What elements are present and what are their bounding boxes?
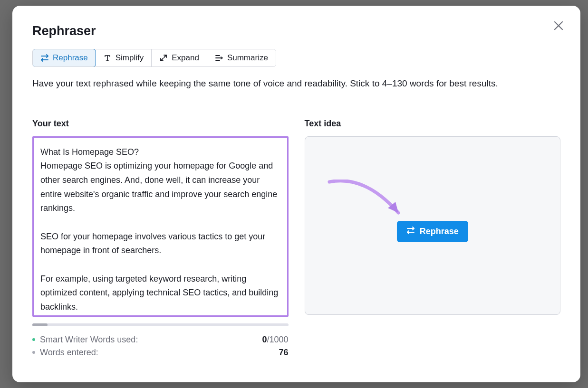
tab-summarize[interactable]: Summarize (207, 49, 276, 66)
rephrase-button-label: Rephrase (420, 227, 459, 237)
tab-rephrase[interactable]: Rephrase (32, 49, 96, 67)
tab-expand[interactable]: Expand (152, 49, 207, 66)
simplify-icon (103, 54, 112, 62)
rephraser-modal: Rephraser Rephrase Simplify (12, 6, 580, 382)
tab-simplify-label: Simplify (116, 53, 144, 63)
bullet-gray-icon (32, 351, 35, 354)
rephrase-button[interactable]: Rephrase (397, 221, 468, 242)
tab-expand-label: Expand (172, 53, 199, 63)
stat-words-entered: Words entered: 76 (32, 348, 289, 358)
text-idea-label: Text idea (305, 119, 561, 129)
expand-icon (159, 54, 168, 62)
close-button[interactable] (552, 19, 565, 32)
modal-description: Have your text rephrased while keeping t… (32, 77, 560, 90)
words-entered-value: 76 (279, 348, 288, 357)
smart-writer-label: Smart Writer Words used: (40, 335, 138, 345)
words-entered-label: Words entered: (40, 348, 98, 358)
close-icon (553, 20, 564, 31)
text-idea-box: Rephrase (305, 136, 561, 315)
textarea-highlight (32, 136, 289, 317)
your-text-input[interactable] (34, 138, 287, 313)
columns: Your text Smart Writer Words used: 0/100… (32, 119, 560, 360)
your-text-label: Your text (32, 119, 289, 129)
usage-slider[interactable] (32, 323, 289, 326)
svg-marker-7 (388, 202, 398, 213)
smart-writer-used: 0 (262, 335, 267, 344)
rephrase-icon (40, 54, 49, 62)
tab-rephrase-label: Rephrase (53, 53, 88, 63)
usage-slider-fill (32, 323, 48, 326)
rephrase-button-icon (406, 226, 415, 237)
summarize-icon (215, 54, 223, 62)
your-text-column: Your text Smart Writer Words used: 0/100… (32, 119, 289, 360)
stat-smart-writer: Smart Writer Words used: 0/1000 (32, 335, 289, 345)
tab-summarize-label: Summarize (227, 53, 268, 63)
stats: Smart Writer Words used: 0/1000 Words en… (32, 335, 289, 358)
modal-title: Rephraser (32, 24, 560, 38)
text-idea-column: Text idea Rephrase (305, 119, 561, 360)
smart-writer-limit: /1000 (267, 335, 288, 344)
tab-simplify[interactable]: Simplify (96, 49, 152, 66)
tabs-group: Rephrase Simplify Expand (32, 49, 276, 67)
bullet-green-icon (32, 338, 35, 341)
